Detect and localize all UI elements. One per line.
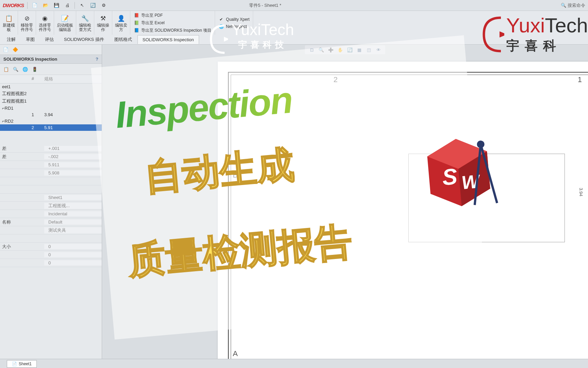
prop-row[interactable]: 测试夹具 — [0, 226, 102, 234]
prop-label: 名称 — [0, 219, 44, 225]
prop-row[interactable]: 大小0 — [0, 243, 102, 251]
pan-icon[interactable]: ✋ — [337, 46, 344, 53]
search-icon: 🔍 — [561, 3, 566, 8]
operation-icon: ⚒ — [98, 14, 108, 23]
tab-sketch[interactable]: 草图 — [21, 35, 39, 44]
quality-xpert[interactable]: ✔Quality Xpert — [218, 17, 249, 22]
print-icon[interactable]: 🖨 — [64, 2, 71, 9]
rotate-icon[interactable]: 🔄 — [346, 46, 353, 53]
prop-row[interactable]: 工程图视... — [0, 202, 102, 210]
prop-value: Default — [44, 219, 102, 225]
tool-icon[interactable]: 🚦 — [31, 65, 39, 73]
rib-edit-vendor[interactable]: 👤编辑卖 方 — [112, 11, 130, 35]
options-icon[interactable]: ⚙ — [100, 2, 108, 9]
export-project[interactable]: 📘导出至 SOLIDWORKS Inspection 项目 — [134, 28, 211, 33]
export-label: 导出至 Excel — [141, 20, 165, 26]
char-val: 5.91 — [37, 125, 102, 130]
prop-row[interactable]: 5.908 — [0, 169, 102, 177]
tab-inspection[interactable]: SOLIDWORKS Inspection — [137, 35, 199, 44]
rib-select-balloon[interactable]: ◉选择零 件序号 — [36, 11, 54, 35]
tree-rd1[interactable]: ⌐RD1 — [0, 105, 102, 111]
rib-edit-method[interactable]: 🔧编辑检 查方式 — [76, 11, 94, 35]
export-pdf[interactable]: 📕导出至 PDF — [134, 13, 211, 18]
prop-row[interactable]: Sheet1 — [0, 194, 102, 202]
display-icon[interactable]: ▦ — [356, 46, 363, 53]
rebuild-icon[interactable]: 🔄 — [89, 2, 97, 9]
export-label: 导出至 SOLIDWORKS Inspection 项目 — [141, 28, 211, 33]
tree-view1[interactable]: 工程图视图1 — [0, 97, 102, 105]
prop-label: 大小 — [0, 244, 44, 250]
char-row-1[interactable]: 13.94 — [0, 111, 102, 118]
sheet-tab[interactable]: 📄 Sheet1 — [7, 360, 37, 368]
drawing-canvas[interactable]: ⊡ 🔍 ➕ ✋ 🔄 ▦ ◫ 👁 2 1 B A B A 3.94 — [102, 45, 588, 359]
tab-annotate[interactable]: 注解 — [2, 35, 20, 44]
tool-icon[interactable]: 🔍 — [12, 65, 20, 73]
prop-row[interactable]: 0 — [0, 259, 102, 267]
app-logo: DWORKS — [3, 2, 24, 8]
quality-icon: ✔ — [218, 17, 224, 22]
prop-row[interactable]: 5.911 — [0, 161, 102, 169]
prop-value: Sheet1 — [44, 195, 102, 200]
drawing-sheet: 2 1 B A B A 3.94 UNLESS OTHERWISE SPECIF… — [218, 62, 588, 359]
prop-row[interactable]: 差+.001 — [0, 144, 102, 153]
tree-rd2[interactable]: ⌐RD2 — [0, 118, 102, 124]
search-label: 搜索命令 — [568, 2, 585, 9]
prop-row[interactable] — [0, 177, 102, 185]
tool-icon[interactable]: 📋 — [2, 65, 10, 73]
separator — [27, 2, 28, 9]
prop-value: +.001 — [44, 146, 102, 151]
tree-view2[interactable]: 工程图视图2 — [0, 90, 102, 97]
rib-launch-editor[interactable]: 📝启动模板 编辑器 — [54, 11, 76, 35]
rib-edit-operation[interactable]: ⚒编辑操 作 — [94, 11, 112, 35]
rib-remove-balloon[interactable]: ⊘移除零 件序号 — [18, 11, 36, 35]
project-icon: 📘 — [134, 28, 139, 33]
rib-new-template[interactable]: 📋新建模 板 — [0, 11, 18, 35]
rib-label: 启动模板 编辑器 — [57, 23, 73, 32]
net-icon: 🌐 — [218, 24, 224, 29]
tab-evaluate[interactable]: 评估 — [40, 35, 59, 44]
cursor-icon[interactable]: ↖ — [78, 2, 86, 9]
body: 📄 🔶 SOLIDWORKS Inspection ? 📋 🔍 🌐 🚦 # 规格… — [0, 45, 588, 359]
drawing-view-box — [408, 154, 565, 242]
char-num: 2 — [0, 125, 37, 130]
zoom-fit-icon[interactable]: ⊡ — [308, 46, 315, 53]
characteristics-tree: eet1 工程图视图2 工程图视图1 ⌐RD1 13.94 ⌐RD2 25.91 — [0, 83, 102, 131]
tab-addins[interactable]: SOLIDWORKS 插件 — [59, 35, 109, 44]
export-excel[interactable]: 📗导出至 Excel — [134, 20, 211, 26]
view-toolbar: ⊡ 🔍 ➕ ✋ 🔄 ▦ ◫ 👁 — [305, 45, 385, 54]
tool-icon[interactable]: 🌐 — [21, 65, 29, 73]
zoom-in-icon[interactable]: ➕ — [327, 46, 334, 53]
char-row-2[interactable]: 25.91 — [0, 124, 102, 131]
prop-row[interactable]: 差-.002 — [0, 153, 102, 161]
ribbon-tabs: 注解 草图 评估 SOLIDWORKS 插件 图纸格式 SOLIDWORKS I… — [0, 35, 588, 44]
ribbon-export-group: 📕导出至 PDF 📗导出至 Excel 📘导出至 SOLIDWORKS Insp… — [130, 11, 215, 35]
char-val: 3.94 — [37, 112, 102, 117]
open-icon[interactable]: 📂 — [42, 2, 49, 9]
prop-row[interactable]: Incidental — [0, 210, 102, 218]
app-root: DWORKS 📄 📂 💾 🖨 ↖ 🔄 ⚙ 零件5 - Sheet1 * 🔍 搜索… — [0, 0, 588, 368]
feature-manager-tabs: 📄 🔶 — [0, 45, 102, 55]
col-number: # — [0, 76, 37, 82]
view-icon[interactable]: 👁 — [375, 46, 382, 53]
prop-row[interactable] — [0, 185, 102, 194]
sheet-tab-label: Sheet1 — [19, 362, 32, 366]
remove-balloon-icon: ⊘ — [22, 14, 32, 23]
zoom-area-icon[interactable]: 🔍 — [318, 46, 325, 53]
prop-value: 测试夹具 — [44, 227, 102, 233]
rib-label: 移除零 件序号 — [21, 23, 33, 32]
left-panel: 📄 🔶 SOLIDWORKS Inspection ? 📋 🔍 🌐 🚦 # 规格… — [0, 45, 102, 359]
save-icon[interactable]: 💾 — [53, 2, 60, 9]
new-icon[interactable]: 📄 — [31, 2, 38, 9]
help-icon[interactable]: ? — [96, 57, 98, 62]
prop-row[interactable]: 0 — [0, 251, 102, 259]
fm-tab-icon[interactable]: 🔶 — [12, 46, 19, 53]
prop-value: 5.911 — [44, 162, 102, 167]
net-inspect[interactable]: 🌐Net-Inspect — [218, 24, 249, 29]
prop-row[interactable] — [0, 234, 102, 243]
fm-tab-icon[interactable]: 📄 — [2, 46, 10, 53]
tree-sheet[interactable]: eet1 — [0, 83, 102, 90]
tab-sheet-format[interactable]: 图纸格式 — [110, 35, 137, 44]
prop-row[interactable]: 名称Default — [0, 218, 102, 226]
section-icon[interactable]: ◫ — [365, 46, 372, 53]
search-command[interactable]: 🔍 搜索命令 — [561, 2, 585, 9]
